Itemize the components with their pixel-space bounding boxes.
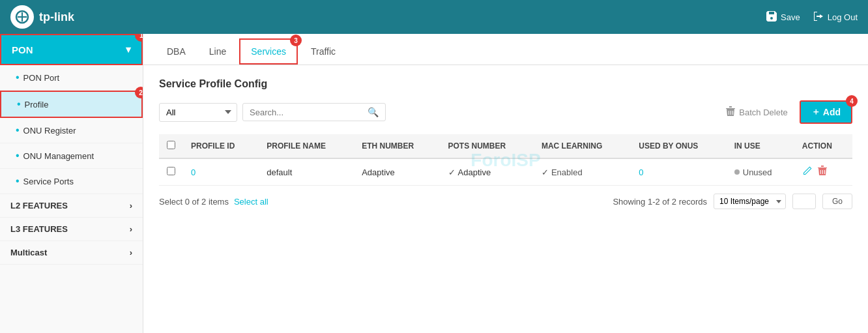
filter-select[interactable]: All: [159, 103, 237, 122]
badge-1: 1: [135, 34, 143, 42]
sidebar-item-onu-register[interactable]: • ONU Register: [0, 118, 143, 143]
toolbar: All 🔍 Batch Delete: [159, 100, 852, 124]
delete-icon[interactable]: [818, 166, 827, 179]
sidebar-item-service-ports[interactable]: • Service Ports: [0, 169, 143, 194]
plus-icon: ＋: [811, 106, 820, 118]
save-button[interactable]: Save: [766, 11, 800, 23]
col-profile-name: PROFILE NAME: [259, 134, 354, 158]
batch-delete-button[interactable]: Batch Delete: [719, 102, 794, 123]
toolbar-right: Batch Delete ＋ Add 4: [719, 100, 852, 124]
toolbar-left: All 🔍: [159, 103, 386, 122]
logo-icon: [10, 5, 34, 29]
col-mac-learning: MAC LEARNING: [534, 134, 631, 158]
row-checkbox-cell[interactable]: [159, 158, 183, 186]
footer-left: Select 0 of 2 items Select all: [159, 197, 268, 207]
sidebar: PON ▾ 1 • PON Port • Profile 2 • ONU Reg…: [0, 34, 143, 333]
header: tp-link Save Log Out: [0, 0, 868, 34]
sidebar-section-multicast[interactable]: Multicast ›: [0, 241, 143, 265]
sidebar-section-label: Multicast: [10, 248, 47, 257]
edit-icon[interactable]: [802, 166, 813, 179]
used-by-onus-cell[interactable]: 0: [631, 158, 727, 186]
badge-2: 2: [135, 87, 143, 98]
sidebar-item-label: PON Port: [23, 73, 60, 83]
table-footer: Select 0 of 2 items Select all Showing 1…: [159, 186, 852, 209]
dot-icon: •: [16, 124, 20, 136]
chevron-right-icon: ›: [130, 201, 132, 210]
unused-dot-icon: [734, 169, 740, 175]
sidebar-item-label: ONU Management: [23, 151, 94, 161]
pots-value: Adaptive: [458, 167, 491, 177]
table-header-row: PROFILE ID PROFILE NAME ETH NUMBER POTS …: [159, 134, 852, 158]
logo: tp-link: [10, 5, 74, 29]
dot-icon: •: [16, 175, 20, 187]
sidebar-item-pon-port[interactable]: • PON Port: [0, 65, 143, 91]
sidebar-item-label: Service Ports: [23, 177, 74, 186]
tab-line-label: Line: [209, 46, 226, 57]
header-actions: Save Log Out: [766, 11, 858, 23]
sidebar-section-l2[interactable]: L2 FEATURES ›: [0, 194, 143, 218]
in-use-cell: Unused: [727, 158, 794, 186]
search-box: 🔍: [242, 103, 386, 121]
tabs-bar: DBA Line Services 3 Traffic: [143, 34, 868, 65]
pots-number-cell: ✓ Adaptive: [441, 158, 534, 186]
batch-delete-label: Batch Delete: [739, 108, 787, 117]
sidebar-section-l3[interactable]: L3 FEATURES ›: [0, 218, 143, 241]
sidebar-item-profile[interactable]: • Profile 2: [0, 91, 143, 118]
col-pots-number: POTS NUMBER: [441, 134, 534, 158]
sidebar-item-onu-management[interactable]: • ONU Management: [0, 143, 143, 169]
col-used-by-onus: USED BY ONUS: [631, 134, 727, 158]
select-all-link[interactable]: Select all: [234, 197, 268, 207]
go-button[interactable]: Go: [822, 194, 852, 209]
eth-number-cell: Adaptive: [354, 158, 440, 186]
sidebar-item-label: Profile: [25, 100, 49, 109]
tab-services[interactable]: Services 3: [239, 38, 298, 65]
profile-table: PROFILE ID PROFILE NAME ETH NUMBER POTS …: [159, 134, 852, 186]
action-cell: [794, 158, 852, 186]
trash-icon: [726, 106, 735, 119]
add-button[interactable]: ＋ Add 4: [800, 100, 852, 124]
add-label: Add: [823, 107, 841, 117]
row-checkbox[interactable]: [167, 167, 175, 175]
sidebar-section-label: L2 FEATURES: [10, 201, 68, 210]
table-row: 0 default Adaptive ✓ Adaptive Enabled: [159, 158, 852, 186]
checkmark-icon: ✓: [448, 167, 456, 177]
tab-traffic[interactable]: Traffic: [300, 40, 346, 65]
items-per-page-select[interactable]: 10 Items/page 20 Items/page 50 Items/pag…: [714, 194, 786, 209]
records-info: Showing 1-2 of 2 records: [613, 197, 707, 207]
search-input[interactable]: [250, 108, 364, 117]
badge-4: 4: [846, 95, 858, 107]
logo-text: tp-link: [39, 10, 74, 24]
main-layout: PON ▾ 1 • PON Port • Profile 2 • ONU Reg…: [0, 34, 868, 333]
page-content: Service Profile Config All 🔍: [143, 65, 868, 333]
profile-name-cell: default: [259, 158, 354, 186]
table-wrapper: ForoISP PROFILE ID PROFILE NAME ETH NUMB…: [159, 134, 852, 186]
select-count: Select 0 of 2 items: [159, 197, 229, 207]
mac-learning-cell: Enabled: [534, 158, 631, 186]
mac-learning-status: Enabled: [542, 167, 623, 177]
sidebar-item-label: ONU Register: [23, 126, 76, 136]
page-title: Service Profile Config: [159, 78, 852, 90]
col-in-use: IN USE: [727, 134, 794, 158]
col-eth-number: ETH NUMBER: [354, 134, 440, 158]
tab-dba-label: DBA: [167, 46, 186, 57]
tab-services-label: Services: [251, 46, 286, 57]
logout-icon: [813, 11, 824, 23]
col-action: ACTION: [794, 134, 852, 158]
footer-right: Showing 1-2 of 2 records 10 Items/page 2…: [613, 194, 852, 209]
logout-label: Log Out: [828, 12, 858, 22]
items-per-page: 10 Items/page 20 Items/page 50 Items/pag…: [714, 194, 786, 209]
action-icons: [802, 166, 845, 179]
page-input[interactable]: [792, 194, 816, 209]
select-all-checkbox[interactable]: [167, 141, 175, 149]
badge-3: 3: [290, 35, 302, 46]
logout-button[interactable]: Log Out: [813, 11, 858, 23]
content-area: DBA Line Services 3 Traffic Service Prof…: [143, 34, 868, 333]
select-all-checkbox-header[interactable]: [159, 134, 183, 158]
save-icon: [766, 11, 777, 23]
tab-line[interactable]: Line: [199, 40, 237, 65]
pon-dropdown[interactable]: PON ▾ 1: [0, 34, 143, 65]
profile-id-cell[interactable]: 0: [183, 158, 259, 186]
tab-dba[interactable]: DBA: [156, 40, 196, 65]
pon-dropdown-label: PON: [12, 44, 33, 55]
chevron-down-icon: ▾: [126, 44, 131, 55]
